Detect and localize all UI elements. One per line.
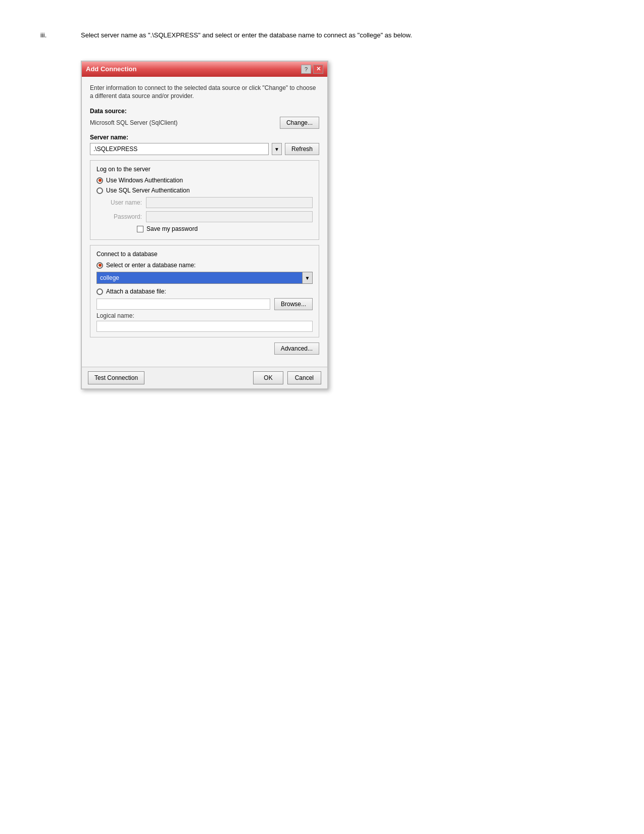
database-name-input[interactable] (96, 272, 303, 284)
windows-auth-radio[interactable] (96, 177, 103, 184)
server-name-row: ▼ Refresh (90, 143, 319, 155)
data-source-value: Microsoft SQL Server (SqlClient) (90, 119, 178, 126)
advanced-row: Advanced... (90, 342, 319, 355)
footer-right: OK Cancel (253, 371, 321, 384)
connect-db-group: Connect to a database Select or enter a … (90, 245, 319, 337)
log-on-group: Log on to the server Use Windows Authent… (90, 160, 319, 240)
server-name-label: Server name: (90, 134, 319, 141)
ok-button[interactable]: OK (253, 371, 283, 384)
test-connection-button[interactable]: Test Connection (88, 371, 144, 384)
dialog-titlebar: Add Connection ? ✕ (82, 62, 327, 77)
browse-button[interactable]: Browse... (274, 298, 313, 310)
select-db-label: Select or enter a database name: (106, 262, 195, 269)
sql-auth-radio[interactable] (96, 187, 103, 194)
log-on-label: Log on to the server (96, 166, 313, 173)
save-password-label: Save my password (146, 225, 197, 232)
select-db-radio[interactable] (96, 262, 103, 269)
logical-name-input[interactable] (96, 321, 313, 332)
instruction-text: Select server name as ".\SQLEXPRESS" and… (81, 30, 604, 40)
advanced-button[interactable]: Advanced... (274, 342, 319, 355)
dialog-body: Enter information to connect to the sele… (82, 77, 327, 367)
data-source-label: Data source: (90, 108, 319, 115)
attach-db-radio[interactable] (96, 288, 103, 295)
help-button[interactable]: ? (301, 65, 311, 74)
sql-auth-row[interactable]: Use SQL Server Authentication (96, 187, 313, 194)
instruction-label: iii. (40, 30, 71, 40)
add-connection-dialog: Add Connection ? ✕ Enter information to … (81, 61, 328, 390)
data-source-row: Microsoft SQL Server (SqlClient) Change.… (90, 117, 319, 129)
change-button[interactable]: Change... (280, 117, 319, 129)
dialog-footer: Test Connection OK Cancel (82, 367, 327, 388)
attach-file-input[interactable] (96, 299, 270, 310)
password-input (146, 211, 313, 222)
refresh-button[interactable]: Refresh (285, 143, 319, 155)
select-db-row[interactable]: Select or enter a database name: (96, 262, 313, 269)
windows-auth-label: Use Windows Authentication (106, 177, 183, 184)
help-icon: ? (305, 66, 308, 72)
save-password-checkbox[interactable] (137, 226, 143, 232)
attach-db-row[interactable]: Attach a database file: (96, 288, 313, 295)
username-input (146, 197, 313, 208)
password-label: Password: (107, 213, 142, 220)
dialog-controls: ? ✕ (301, 65, 323, 74)
username-row: User name: (96, 197, 313, 208)
attach-file-row: Browse... (96, 298, 313, 310)
sql-auth-label: Use SQL Server Authentication (106, 187, 190, 194)
username-label: User name: (107, 199, 142, 206)
database-name-row: ▼ (96, 272, 313, 284)
attach-db-label: Attach a database file: (106, 288, 166, 295)
cancel-button[interactable]: Cancel (287, 371, 321, 384)
server-name-input[interactable] (90, 143, 269, 155)
database-name-dropdown-arrow[interactable]: ▼ (303, 272, 313, 284)
save-password-row: Save my password (96, 225, 313, 232)
logical-name-label: Logical name: (96, 312, 313, 319)
dialog-info-text: Enter information to connect to the sele… (90, 84, 319, 101)
windows-auth-row[interactable]: Use Windows Authentication (96, 177, 313, 184)
password-row: Password: (96, 211, 313, 222)
close-button[interactable]: ✕ (313, 65, 323, 74)
instruction: iii. Select server name as ".\SQLEXPRESS… (40, 30, 604, 40)
dialog-wrapper: Add Connection ? ✕ Enter information to … (81, 61, 328, 390)
dialog-title: Add Connection (86, 65, 136, 73)
server-name-dropdown-arrow[interactable]: ▼ (272, 143, 282, 155)
close-icon: ✕ (316, 66, 321, 72)
connect-db-label: Connect to a database (96, 251, 313, 258)
